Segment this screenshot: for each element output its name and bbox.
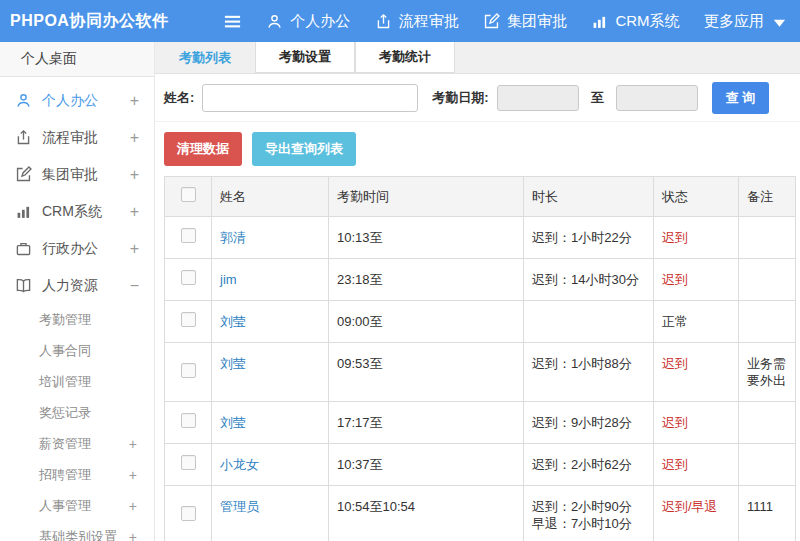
date-from-input[interactable]: [497, 85, 579, 111]
briefcase-icon: [15, 240, 32, 257]
nav-item-personal-office[interactable]: 个人办公: [266, 12, 350, 31]
export-list-button[interactable]: 导出查询列表: [252, 132, 356, 166]
nav-item-more-apps[interactable]: 更多应用: [704, 12, 788, 31]
name-filter-input[interactable]: [202, 84, 418, 112]
time-cell: 10:13至: [329, 217, 524, 259]
sidebar-item-personal-desktop[interactable]: 个人桌面: [0, 42, 154, 77]
remark-cell: 1111: [739, 486, 796, 541]
employee-name-link[interactable]: 刘莹: [220, 314, 246, 329]
nav-item-crm-system[interactable]: CRM系统: [591, 12, 679, 31]
book-icon: [15, 277, 32, 294]
select-all-cell: [165, 177, 212, 217]
table-row: 小龙女10:37至迟到：2小时62分迟到: [165, 444, 796, 486]
row-checkbox-cell: [165, 486, 212, 541]
tab-attendance-statistics[interactable]: 考勤统计: [355, 42, 455, 73]
nav-item-group-approval[interactable]: 集团审批: [483, 12, 567, 31]
time-cell: 09:53至: [329, 343, 524, 402]
employee-name-link[interactable]: 管理员: [220, 499, 259, 514]
workflow-icon: [15, 129, 32, 146]
row-checkbox[interactable]: [181, 455, 196, 470]
action-bar: 清理数据 导出查询列表: [155, 122, 800, 176]
sidebar-subitem-salary-management[interactable]: 薪资管理+: [0, 428, 154, 459]
sidebar-subitem-label: 基础类别设置: [39, 528, 117, 541]
expand-indicator: +: [129, 529, 137, 541]
search-button[interactable]: 查 询: [712, 82, 770, 114]
attendance-table-head: 姓名考勤时间时长状态备注: [165, 177, 796, 217]
sidebar-item-label: 个人办公: [42, 92, 98, 110]
row-checkbox-cell: [165, 217, 212, 259]
sidebar-subitem-base-category-settings[interactable]: 基础类别设置+: [0, 521, 154, 541]
row-checkbox[interactable]: [181, 363, 196, 378]
status-cell: 迟到: [654, 343, 739, 402]
remark-cell: [739, 259, 796, 301]
caret-down-icon: [771, 12, 788, 31]
employee-name-link[interactable]: 刘莹: [220, 356, 246, 371]
sidebar-subitem-recruitment-management[interactable]: 招聘管理+: [0, 459, 154, 490]
sidebar-subitem-label: 薪资管理: [39, 435, 91, 453]
expand-indicator: +: [130, 129, 139, 147]
expand-indicator: +: [129, 436, 137, 452]
expand-indicator: +: [130, 240, 139, 258]
expand-indicator: +: [129, 498, 137, 514]
tab-attendance-list[interactable]: 考勤列表: [155, 42, 255, 73]
employee-name-link[interactable]: 刘莹: [220, 415, 246, 430]
row-checkbox[interactable]: [181, 413, 196, 428]
nav-item-workflow-approval[interactable]: 流程审批: [375, 12, 459, 31]
status-cell: 正常: [654, 301, 739, 343]
app-logo: PHPOA协同办公软件: [0, 11, 205, 32]
expand-indicator: +: [129, 467, 137, 483]
bar-chart-icon: [15, 203, 32, 220]
sidebar-item-label: CRM系统: [42, 203, 102, 221]
sidebar-item-human-resources[interactable]: 人力资源−: [0, 267, 154, 304]
sidebar-item-label: 人力资源: [42, 277, 98, 295]
remark-cell: [739, 217, 796, 259]
date-to-input[interactable]: [616, 85, 698, 111]
table-row: jim23:18至迟到：14小时30分迟到: [165, 259, 796, 301]
select-all-checkbox[interactable]: [181, 187, 196, 202]
sidebar-item-admin-office[interactable]: 行政办公+: [0, 230, 154, 267]
employee-name-link[interactable]: 小龙女: [220, 457, 259, 472]
duration-cell: 迟到：1小时88分: [524, 343, 654, 402]
duration-cell: 迟到：14小时30分: [524, 259, 654, 301]
sidebar-subitem-training-management[interactable]: 培训管理: [0, 366, 154, 397]
sidebar-subitem-hr-contract[interactable]: 人事合同: [0, 335, 154, 366]
sidebar-subitem-label: 培训管理: [39, 373, 91, 391]
row-checkbox[interactable]: [181, 270, 196, 285]
sidebar-item-label: 集团审批: [42, 166, 98, 184]
filter-row: 姓名: 考勤日期: 至 查 询: [155, 74, 800, 122]
row-checkbox[interactable]: [181, 506, 196, 521]
name-cell: 小龙女: [212, 444, 329, 486]
row-checkbox[interactable]: [181, 228, 196, 243]
row-checkbox[interactable]: [181, 312, 196, 327]
tab-attendance-settings[interactable]: 考勤设置: [255, 42, 355, 73]
employee-name-link[interactable]: jim: [220, 272, 237, 287]
expand-indicator: +: [130, 203, 139, 221]
sidebar-subitem-attendance-management[interactable]: 考勤管理: [0, 304, 154, 335]
header-row: 姓名考勤时间时长状态备注: [165, 177, 796, 217]
menu-toggle-icon[interactable]: [223, 12, 242, 31]
sidebar-subitem-label: 人事合同: [39, 342, 91, 360]
remark-cell: [739, 444, 796, 486]
name-cell: 刘莹: [212, 301, 329, 343]
status-cell: 迟到: [654, 402, 739, 444]
name-cell: jim: [212, 259, 329, 301]
name-cell: 管理员: [212, 486, 329, 541]
sidebar-subitem-reward-punishment[interactable]: 奖惩记录: [0, 397, 154, 428]
sidebar-subitem-personnel-management[interactable]: 人事管理+: [0, 490, 154, 521]
sidebar-item-personal-office[interactable]: 个人办公+: [0, 82, 154, 119]
sidebar-item-crm-system[interactable]: CRM系统+: [0, 193, 154, 230]
main-layout: 个人桌面 个人办公+流程审批+集团审批+CRM系统+行政办公+人力资源− 考勤管…: [0, 42, 800, 541]
employee-name-link[interactable]: 郭清: [220, 230, 246, 245]
date-filter-label: 考勤日期:: [432, 89, 488, 107]
sidebar-menu: 个人办公+流程审批+集团审批+CRM系统+行政办公+人力资源−: [0, 82, 154, 304]
duration-cell: 迟到：9小时28分: [524, 402, 654, 444]
sidebar-item-workflow-approval[interactable]: 流程审批+: [0, 119, 154, 156]
nav-item-label: 个人办公: [290, 12, 350, 31]
sidebar-item-label: 流程审批: [42, 129, 98, 147]
sidebar-item-group-approval[interactable]: 集团审批+: [0, 156, 154, 193]
clear-data-button[interactable]: 清理数据: [164, 132, 242, 166]
table-row: 刘莹09:00至正常: [165, 301, 796, 343]
remark-cell: [739, 301, 796, 343]
status-cell: 迟到: [654, 259, 739, 301]
tab-bar: 考勤列表考勤设置考勤统计: [155, 42, 800, 74]
